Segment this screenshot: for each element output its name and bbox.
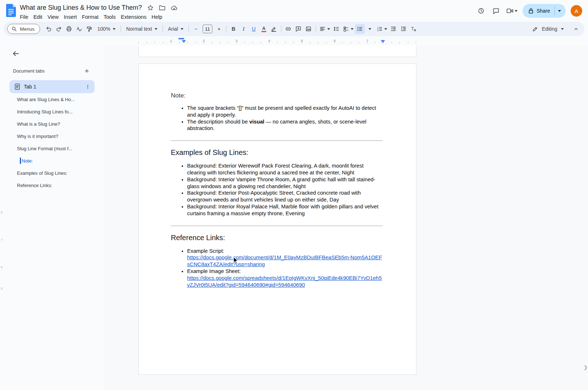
right-indent-marker[interactable] [381,40,385,43]
underline-button[interactable]: U [249,24,259,34]
insert-link-button[interactable] [284,24,293,34]
outline-item[interactable]: Why is it important? [0,130,101,142]
menu-bar: FileEditViewInsertFormatToolsExtensionsH… [17,12,178,21]
font-family-select[interactable]: Arial [165,24,186,34]
line-spacing-button[interactable] [332,24,341,34]
align-button[interactable] [318,24,331,34]
previous-page-bottom[interactable] [138,46,416,57]
bullet-item: The description should be visual — no ca… [187,118,383,132]
add-comment-button[interactable] [294,24,303,34]
editing-mode-button[interactable]: Editing [528,23,567,34]
document-page[interactable]: Note:The square brackets “[]” must be pr… [138,64,416,375]
doc-text-run: Background: Interior Royal Palace Hall, … [187,204,379,216]
clear-formatting-button[interactable]: T [409,24,419,34]
back-arrow-button[interactable] [11,49,20,58]
menu-tools[interactable]: Tools [101,13,118,21]
bulleted-list-button[interactable] [355,24,365,34]
highlight-color-button[interactable] [269,24,279,34]
comments-icon[interactable] [491,6,501,16]
header: What are Slug Lines & How to Use Them? F… [0,0,588,22]
docs-logo-icon[interactable] [6,4,16,17]
ruler-number: 4 [268,39,270,43]
print-button[interactable] [64,24,74,34]
collapse-toolbar-button[interactable] [571,24,581,34]
bullet-item: The square brackets “[]” must be present… [187,105,383,118]
bullet-list: Example Script:https://docs.google.com/d… [171,248,383,289]
scroll-right-arrow[interactable]: ❯ [584,365,588,370]
menu-format[interactable]: Format [79,13,101,21]
ruler-number: 6 [334,39,336,43]
doc-text-run: The square brackets “[]” must be present… [187,105,376,118]
numbered-list-button[interactable]: 123 [375,24,388,34]
sidebar-tab-1[interactable]: Tab 1 [9,80,95,93]
bulleted-list-caret[interactable] [365,24,375,34]
doc-text-run: Background: Exterior Werewolf Pack Fores… [187,163,364,176]
vertical-ruler-number: 8 [1,265,3,269]
doc-link[interactable]: https://docs.google.com/spreadsheets/d/1… [187,275,382,288]
divider [163,25,163,32]
insert-image-button[interactable] [304,24,314,34]
toolbar: Menus A 100% Normal text Arial − 11 + B … [4,22,584,36]
menu-help[interactable]: Help [149,13,165,21]
decrease-indent-button[interactable] [389,24,398,34]
outline-item[interactable]: Reference Links: [0,179,101,191]
menus-search-button[interactable]: Menus [7,24,40,34]
chevron-down-icon [368,28,371,30]
star-icon[interactable] [147,5,154,11]
menu-file[interactable]: File [17,13,31,21]
avatar[interactable]: A [571,5,582,17]
share-dropdown[interactable] [554,6,566,15]
version-history-icon[interactable] [476,6,486,16]
pencil-icon [532,26,538,32]
document-tabs-title: Document tabs [13,68,44,74]
decrease-font-size-button[interactable]: − [191,24,201,34]
outline-item[interactable]: Introducing Slug Lines fo... [0,105,101,118]
ruler-number: 7 [367,39,368,43]
document-title[interactable]: What are Slug Lines & How to Use Them? [20,4,142,12]
add-tab-button[interactable] [83,67,90,74]
chevron-down-icon [351,28,354,30]
left-indent-marker[interactable] [182,40,186,43]
outline-list: What are Slug Lines & Ho...Introducing S… [0,93,101,191]
menu-view[interactable]: View [45,13,61,21]
font-size-input[interactable]: 11 [203,25,212,33]
paint-format-button[interactable] [85,24,94,34]
paragraph-style-select[interactable]: Normal text [123,24,160,34]
cloud-status-icon[interactable] [171,5,178,10]
move-folder-icon[interactable] [159,5,165,11]
redo-button[interactable] [54,24,64,34]
share-button[interactable]: Share [523,4,566,18]
bullet-item: Example Image Sheet:https://docs.google.… [187,268,383,288]
outline-item[interactable]: What are Slug Lines & Ho... [0,93,101,105]
increase-font-size-button[interactable]: + [214,24,224,34]
menu-extensions[interactable]: Extensions [118,13,149,21]
outline-item[interactable]: Examples of Slug Lines: [0,167,101,179]
svg-text:T: T [411,26,414,31]
checklist-button[interactable] [342,24,355,34]
undo-button[interactable] [44,24,54,34]
bold-button[interactable]: B [229,24,238,34]
doc-link[interactable]: https://docs.google.com/document/d/1M_E0… [187,255,382,267]
ruler[interactable]: 1234567 [105,37,588,45]
increase-indent-button[interactable] [399,24,408,34]
outline-item[interactable]: What is a Slug Line? [0,118,101,130]
doc-text-run: Background: Exterior Post-Apocalyptic St… [187,190,361,203]
first-line-indent-marker[interactable] [178,38,184,39]
meet-caret-icon[interactable] [515,10,518,12]
divider [226,25,226,32]
text-color-button[interactable]: A [259,24,269,34]
chevron-down-icon [384,28,387,30]
menu-insert[interactable]: Insert [61,13,79,21]
tab-options-icon[interactable] [84,83,92,91]
outline-item[interactable]: Note: [0,155,101,167]
zoom-select[interactable]: 100% [95,24,119,34]
italic-button[interactable]: I [239,24,248,34]
spellcheck-button[interactable]: A [74,24,84,34]
meet-video-button[interactable] [506,8,518,14]
bullet-item: Background: Exterior Post-Apocalyptic St… [187,190,383,203]
menu-edit[interactable]: Edit [31,13,45,21]
ruler-number: 5 [301,39,303,43]
bullet-item: Background: Exterior Werewolf Pack Fores… [187,162,383,176]
ruler-ticks [138,42,416,43]
outline-item[interactable]: Slug Line Format (must f... [0,142,101,155]
